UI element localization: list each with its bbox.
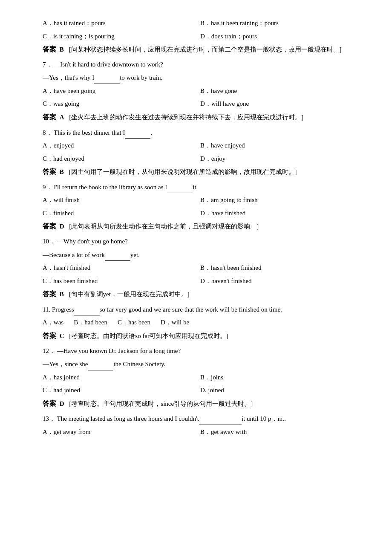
options-row-q7-1: A．have been going B．have gone xyxy=(43,85,358,97)
q11-inline-options: A．was B．had been C．has been D．will be xyxy=(43,316,358,329)
option-b-text: B．has it been raining；pours xyxy=(200,20,279,26)
q13-blank xyxy=(199,412,242,425)
option-d: D．does train；pours xyxy=(200,30,358,43)
q7-blank xyxy=(94,71,120,84)
question-7: 7． —Isn't it hard to drive downtown to w… xyxy=(43,58,358,71)
option-b: B．have enjoyed xyxy=(200,139,358,152)
option-b: B．get away with xyxy=(200,426,358,438)
option-a: A．hasn't finished xyxy=(43,262,200,274)
q11-number: 11. Progress xyxy=(43,306,74,313)
answer-11: 答案 C [考查时态。由时间状语so far可知本句应用现在完成时。] xyxy=(43,330,358,342)
answer-8: 答案 B [因主句用了一般现在时，从句用来说明对现在所造成的影响，故用现在完成时… xyxy=(43,165,358,178)
question-12: 12． —Have you known Dr. Jackson for a lo… xyxy=(43,345,358,357)
q9-after: it. xyxy=(193,184,198,191)
options-row-1: A．has it rained；pours B．has it been rain… xyxy=(43,17,358,29)
options-row-2: C．is it raining；is pouring D．does train；… xyxy=(43,30,358,43)
question-10: 10． —Why don't you go home? xyxy=(43,235,358,248)
option-d: D．have finished xyxy=(200,207,358,220)
answer-label: 答案 xyxy=(43,46,56,53)
q11-opt-a: A．was xyxy=(43,316,63,329)
q10-number: 10． xyxy=(43,238,55,245)
q9-number: 9． xyxy=(43,184,52,191)
q8-blank xyxy=(125,126,150,139)
answer-12: 答案 D [考查时态。主句用现在完成时，since引导的从句用一般过去时。] xyxy=(43,397,358,410)
q8-number: 8． xyxy=(43,129,52,136)
options-row-q12-2: C．had joined D. joined xyxy=(43,384,358,396)
question-12-cont: —Yes，since she the Chinese Society. xyxy=(43,358,358,370)
answer-9: 答案 D [此句表明从句所发生动作在主句动作之前，且强调对现在的影响。] xyxy=(43,220,358,233)
q10-after: yet. xyxy=(130,251,140,258)
option-d: D．will have gone xyxy=(200,98,358,110)
q11-text: so far very good and we are sure that th… xyxy=(100,306,282,313)
q7-after: to work by train. xyxy=(120,74,162,81)
option-a-text: A．has it rained；pours xyxy=(43,20,105,26)
q7-cont-text: —Yes，that's why I xyxy=(43,74,94,81)
q9-text: I'll return the book to the library as s… xyxy=(54,184,167,191)
q9-blank xyxy=(167,181,193,194)
question-9: 9． I'll return the book to the library a… xyxy=(43,181,358,194)
options-row-q12-1: A．has joined B．joins xyxy=(43,371,358,384)
answer-6: 答案 B [问某种状态持续多长时间，应用现在完成进行时，而第二个空是指一般状态，… xyxy=(43,43,358,56)
q12-number: 12． xyxy=(43,347,55,354)
q7-text: —Isn't it hard to drive downtown to work… xyxy=(54,61,163,68)
options-row-q9-1: A．will finish B．am going to finish xyxy=(43,194,358,206)
option-d-text: D．does train；pours xyxy=(200,33,257,40)
option-d: D．haven't finished xyxy=(200,275,358,287)
page-content: A．has it rained；pours B．has it been rain… xyxy=(43,17,358,438)
q10-text: —Why don't you go home? xyxy=(57,238,128,245)
q11-opt-d: D．will be xyxy=(161,316,189,329)
question-8: 8． This is the best dinner that I . xyxy=(43,126,358,139)
question-7-cont: —Yes，that's why I to work by train. xyxy=(43,71,358,84)
option-c-text: C．is it raining；is pouring xyxy=(43,33,115,40)
option-d: D. joined xyxy=(200,384,358,396)
q8-text: This is the best dinner that I xyxy=(54,129,125,136)
option-c: C．was going xyxy=(43,98,200,110)
option-b: B．am going to finish xyxy=(200,194,358,206)
option-a: A．will finish xyxy=(43,194,200,206)
options-row-q10-2: C．has been finished D．haven't finished xyxy=(43,275,358,287)
q12-after: the Chinese Society. xyxy=(113,361,165,367)
options-row-q7-2: C．was going D．will have gone xyxy=(43,98,358,110)
options-row-q13-1: A．get away from B．get away with xyxy=(43,426,358,438)
options-row-q9-2: C．finished D．have finished xyxy=(43,207,358,220)
answer-7: 答案 A [坐火车去上班的动作发生在过去持续到现在并将持续下去，应用现在完成进行… xyxy=(43,111,358,124)
q11-blank xyxy=(74,303,100,316)
q13-text: The meeting lasted as long as three hour… xyxy=(57,415,199,422)
answer-10: 答案 B [句中有副词yet，一般用在现在完成时中。] xyxy=(43,288,358,301)
answer-explanation: [问某种状态持续多长时间，应用现在完成进行时，而第二个空是指一般状态，故用一般现… xyxy=(69,46,342,53)
option-c: C．had joined xyxy=(43,384,200,396)
q10-cont-text: —Because a lot of work xyxy=(43,251,105,258)
q13-after: it until 10 p．m.. xyxy=(242,415,286,422)
option-b: B．joins xyxy=(200,371,358,384)
q12-cont-text: —Yes，since she xyxy=(43,361,88,367)
q12-blank xyxy=(88,358,113,370)
q7-number: 7． xyxy=(43,61,52,68)
options-row-q8-1: A．enjoyed B．have enjoyed xyxy=(43,139,358,152)
q11-opt-c: C．has been xyxy=(118,316,150,329)
question-11: 11. Progress so far very good and we are… xyxy=(43,303,358,316)
q8-after: . xyxy=(150,129,152,136)
option-a: A．have been going xyxy=(43,85,200,97)
q11-opt-b: B．had been xyxy=(74,316,107,329)
option-b: B．have gone xyxy=(200,85,358,97)
option-a: A．enjoyed xyxy=(43,139,200,152)
option-c: C．finished xyxy=(43,207,200,220)
options-row-q10-1: A．hasn't finished B．hasn't been finished xyxy=(43,262,358,274)
option-c: C．is it raining；is pouring xyxy=(43,30,200,43)
options-row-q8-2: C．had enjoyed D．enjoy xyxy=(43,153,358,165)
option-a: A．has joined xyxy=(43,371,200,384)
option-d: D．enjoy xyxy=(200,153,358,165)
question-13: 13． The meeting lasted as long as three … xyxy=(43,412,358,425)
option-b: B．has it been raining；pours xyxy=(200,17,358,29)
option-a: A．has it rained；pours xyxy=(43,17,200,29)
option-b: B．hasn't been finished xyxy=(200,262,358,274)
q13-number: 13． xyxy=(43,415,55,422)
q12-text: —Have you known Dr. Jackson for a long t… xyxy=(57,347,181,354)
option-c: C．had enjoyed xyxy=(43,153,200,165)
question-10-cont: —Because a lot of work yet. xyxy=(43,249,358,261)
answer-key: B xyxy=(60,46,64,53)
option-a: A．get away from xyxy=(43,426,200,438)
q10-blank xyxy=(105,249,130,261)
option-c: C．has been finished xyxy=(43,275,200,287)
